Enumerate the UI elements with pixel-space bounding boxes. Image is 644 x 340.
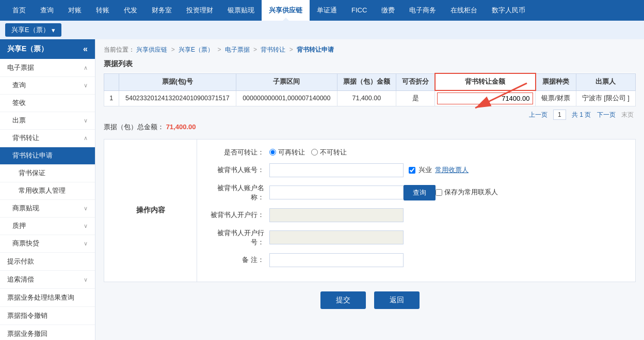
- breadcrumb-link-2[interactable]: 兴享E（票）: [179, 46, 214, 53]
- remark-input[interactable]: [269, 253, 404, 267]
- sidebar-item-endorsement[interactable]: 背书转让 ∧: [0, 130, 95, 147]
- cell-ticket-type: 银票/财票: [536, 90, 576, 106]
- next-page-link[interactable]: 下一页: [597, 111, 616, 118]
- sidebar-item-quickloan-label: 商票快贷: [12, 239, 39, 248]
- label-bank-no: 被背书人开户行号：: [207, 228, 269, 247]
- sidebar-title: 兴享E（票）: [7, 44, 48, 54]
- second-bar-item[interactable]: 兴享E（票） ▾: [5, 23, 61, 37]
- control-transferable: 可再转让 不可转让: [269, 148, 404, 157]
- nav-xingxiang[interactable]: 兴享供应链: [262, 0, 310, 21]
- sidebar-item-endorsement-guarantee[interactable]: 背书保证: [0, 165, 95, 182]
- last-page-link[interactable]: 末页: [621, 111, 634, 118]
- nav-query[interactable]: 查询: [33, 0, 61, 21]
- label-account: 被背书人账号：: [207, 165, 269, 175]
- table-row: 1 54023320124132024010900371517 00000000…: [104, 90, 636, 106]
- nav-reconcile[interactable]: 对账: [61, 0, 89, 21]
- checkbox-xingye[interactable]: [409, 167, 415, 174]
- sidebar-item-recourse[interactable]: 追索清偿 ∨: [0, 271, 95, 289]
- sidebar-item-result-query[interactable]: 票据业务处理结果查询: [0, 289, 95, 307]
- transfer-amount-input[interactable]: [437, 92, 533, 104]
- pagination: 上一页 1 共 1 页 下一页 末页: [104, 111, 636, 119]
- radio-cannot-transfer[interactable]: 不可转让: [311, 148, 347, 157]
- sidebar-item-revoke[interactable]: 票据指令撤销: [0, 307, 95, 325]
- breadcrumb-link-3[interactable]: 电子票据: [225, 46, 250, 53]
- account-name-input[interactable]: [269, 186, 404, 199]
- content-area: 当前位置： 兴享供应链 > 兴享E（票） > 电子票据 > 背书转让 > 背书转…: [95, 39, 644, 340]
- col-header-transfer-amount: 背书转让金额: [435, 73, 536, 90]
- total-pages: 共 1 页: [572, 111, 591, 118]
- common-payee-link[interactable]: 常用收票人: [435, 166, 469, 175]
- sidebar-item-query-label: 查询: [12, 81, 26, 90]
- nav-digital[interactable]: 数字人民币: [485, 0, 533, 21]
- col-header-ticket-no: 票据(包)号: [119, 73, 236, 90]
- sidebar-item-sign[interactable]: 签收: [0, 95, 95, 112]
- back-button[interactable]: 返回: [374, 291, 420, 309]
- nav-transfer[interactable]: 转账: [89, 0, 117, 21]
- nav-finance[interactable]: 财务室: [144, 0, 179, 21]
- control-account: [269, 163, 404, 177]
- nav-home[interactable]: 首页: [5, 0, 33, 21]
- save-contact-checkbox[interactable]: [436, 189, 442, 196]
- cell-index: 1: [104, 90, 119, 106]
- radio-cannot-transfer-input[interactable]: [311, 149, 318, 156]
- sidebar-item-e-ticket[interactable]: 电子票据 ∧: [0, 59, 95, 77]
- radio-can-transfer-input[interactable]: [269, 149, 276, 156]
- form-row-remark: 备 注：: [207, 253, 625, 267]
- breadcrumb-link-1[interactable]: 兴享供应链: [136, 46, 167, 53]
- radio-can-transfer[interactable]: 可再转让: [269, 148, 305, 157]
- prev-page-link[interactable]: 上一页: [529, 111, 548, 118]
- account-input[interactable]: [269, 163, 404, 177]
- save-contact: 保存为常用联系人: [436, 188, 498, 197]
- breadcrumb-link-4[interactable]: 背书转让: [261, 46, 285, 53]
- control-account-name: [269, 186, 404, 199]
- current-page[interactable]: 1: [553, 110, 566, 120]
- second-bar-label: 兴享E（票）: [11, 25, 50, 35]
- cell-issuer: 宁波市 [限公司 ]: [576, 90, 635, 106]
- nav-ecommerce[interactable]: 电子商务: [402, 0, 443, 21]
- top-navigation: 首页 查询 对账 转账 代发 财务室 投资理财 银票贴现 兴享供应链 单证通 F…: [0, 0, 644, 21]
- sidebar-item-issue[interactable]: 出票 ∨: [0, 112, 95, 130]
- sidebar-item-quickloan[interactable]: 商票快贷 ∨: [0, 235, 95, 253]
- total-row: 票据（包）总金额： 71,400.00: [104, 122, 636, 132]
- table-wrapper: 票据(包)号 子票区间 票据（包）金额 可否折分 背书转让金额 票据种类 出票人…: [104, 73, 636, 106]
- form-row-account-name: 被背书人账户名称： 查询 保存为常用联系人: [207, 183, 625, 202]
- sidebar-item-result-query-label: 票据业务处理结果查询: [7, 293, 74, 302]
- bank-no-input: [269, 230, 404, 244]
- second-bar: 兴享E（票） ▾: [0, 21, 644, 39]
- control-remark: [269, 253, 404, 267]
- nav-single[interactable]: 单证通: [310, 0, 344, 21]
- control-bank-no: [269, 230, 404, 244]
- radio-cannot-transfer-label: 不可转让: [320, 148, 347, 157]
- nav-agent[interactable]: 代发: [117, 0, 144, 21]
- sidebar-item-withdraw[interactable]: 票据业务撤回: [0, 325, 95, 340]
- query-button[interactable]: 查询: [404, 185, 436, 200]
- sidebar-arrow-issue: ∨: [84, 117, 88, 124]
- sidebar-item-common-payee[interactable]: 常用收票人管理: [0, 182, 95, 200]
- sidebar-item-discount-label: 商票贴现: [12, 204, 39, 213]
- nav-pay[interactable]: 缴费: [374, 0, 402, 21]
- sidebar-item-discount[interactable]: 商票贴现 ∨: [0, 200, 95, 218]
- sidebar-item-pledge[interactable]: 质押 ∨: [0, 218, 95, 235]
- sidebar-collapse-icon[interactable]: «: [83, 44, 88, 54]
- bank-input: [269, 208, 404, 222]
- sidebar-item-payment[interactable]: 提示付款: [0, 253, 95, 271]
- sidebar-item-query[interactable]: 查询 ∨: [0, 77, 95, 95]
- sidebar-item-sign-label: 签收: [12, 99, 26, 107]
- sidebar-arrow-discount: ∨: [84, 205, 88, 212]
- breadcrumb-current: 背书转让申请: [297, 46, 334, 53]
- sidebar-item-endorsement-label: 背书转让: [12, 134, 39, 143]
- checkbox-xingye-label: 兴业: [418, 165, 432, 175]
- sidebar-item-common-payee-label: 常用收票人管理: [19, 187, 66, 195]
- sidebar-item-endorsement-apply-label: 背书转让申请: [12, 151, 53, 160]
- submit-button[interactable]: 提交: [320, 291, 366, 309]
- cell-transfer-amount[interactable]: [435, 90, 536, 106]
- nav-silver[interactable]: 银票贴现: [220, 0, 262, 21]
- radio-group-transferable: 可再转让 不可转让: [269, 148, 404, 157]
- total-label: 票据（包）总金额：: [104, 123, 164, 131]
- sidebar-item-endorsement-apply[interactable]: 背书转让申请: [0, 147, 95, 165]
- nav-counter[interactable]: 在线柜台: [443, 0, 485, 21]
- nav-ficc[interactable]: FICC: [344, 0, 374, 21]
- save-contact-label: 保存为常用联系人: [444, 188, 498, 197]
- second-bar-arrow: ▾: [52, 26, 55, 34]
- nav-invest[interactable]: 投资理财: [179, 0, 220, 21]
